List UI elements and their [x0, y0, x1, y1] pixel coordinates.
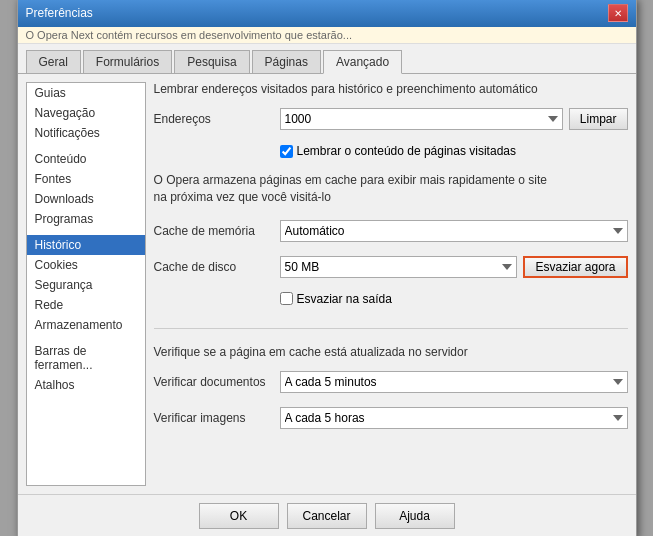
cancel-button[interactable]: Cancelar	[287, 503, 367, 529]
sidebar-item-barras[interactable]: Barras de ferramen...	[27, 341, 145, 375]
verify-docs-label: Verificar documentos	[154, 375, 274, 389]
sidebar-item-conteudo[interactable]: Conteúdo	[27, 149, 145, 169]
sidebar-item-downloads[interactable]: Downloads	[27, 189, 145, 209]
sidebar-item-historico[interactable]: Histórico	[27, 235, 145, 255]
sidebar-item-guias[interactable]: Guias	[27, 83, 145, 103]
sidebar-item-programas[interactable]: Programas	[27, 209, 145, 229]
close-button[interactable]: ✕	[608, 4, 628, 22]
title-bar: Preferências ✕	[18, 0, 636, 27]
cache-memory-select[interactable]: Automático	[280, 220, 628, 242]
remember-pages-label: Lembrar o conteúdo de páginas visitadas	[297, 144, 516, 158]
content-area: Guias Navegação Notificações Conteúdo Fo…	[18, 74, 636, 494]
checkbox-row: Lembrar o conteúdo de páginas visitadas	[280, 144, 628, 158]
tab-paginas[interactable]: Páginas	[252, 50, 321, 73]
tabs-bar: Geral Formulários Pesquisa Páginas Avanç…	[18, 44, 636, 74]
sidebar-item-seguranca[interactable]: Segurança	[27, 275, 145, 295]
section-divider	[154, 328, 628, 329]
esvaziar-saida-checkbox[interactable]	[280, 292, 293, 305]
sidebar-item-notificacoes[interactable]: Notificações	[27, 123, 145, 143]
section1-title: Lembrar endereços visitados para históri…	[154, 82, 628, 96]
addresses-label: Endereços	[154, 112, 274, 126]
cache-disk-label: Cache de disco	[154, 260, 274, 274]
remember-pages-checkbox[interactable]	[280, 145, 293, 158]
cache-disk-select[interactable]: 50 MB	[280, 256, 518, 278]
sidebar-item-atalhos[interactable]: Atalhos	[27, 375, 145, 395]
cache-info-text: O Opera armazena páginas em cache para e…	[154, 172, 628, 206]
top-banner: O Opera Next contém recursos em desenvol…	[18, 27, 636, 44]
cache-memory-label: Cache de memória	[154, 224, 274, 238]
preferences-window: Preferências ✕ O Opera Next contém recur…	[17, 0, 637, 536]
verify-imgs-label: Verificar imagens	[154, 411, 274, 425]
esvaziar-saida-row: Esvaziar na saída	[280, 292, 628, 306]
window-title: Preferências	[26, 6, 93, 20]
sidebar-item-fontes[interactable]: Fontes	[27, 169, 145, 189]
sidebar: Guias Navegação Notificações Conteúdo Fo…	[26, 82, 146, 486]
tab-avancado[interactable]: Avançado	[323, 50, 402, 74]
addresses-select[interactable]: 1000	[280, 108, 563, 130]
verify-imgs-select[interactable]: A cada 5 horas	[280, 407, 628, 429]
addresses-row: Endereços 1000 Limpar	[154, 108, 628, 130]
tab-pesquisa[interactable]: Pesquisa	[174, 50, 249, 73]
sidebar-item-armazenamento[interactable]: Armazenamento	[27, 315, 145, 335]
sidebar-item-rede[interactable]: Rede	[27, 295, 145, 315]
verify-docs-select[interactable]: A cada 5 minutos	[280, 371, 628, 393]
esvaziar-saida-label: Esvaziar na saída	[297, 292, 392, 306]
title-bar-controls: ✕	[608, 4, 628, 22]
esvaziar-agora-button[interactable]: Esvaziar agora	[523, 256, 627, 278]
verify-docs-row: Verificar documentos A cada 5 minutos	[154, 371, 628, 393]
verify-imgs-row: Verificar imagens A cada 5 horas	[154, 407, 628, 429]
cache-memory-row: Cache de memória Automático	[154, 220, 628, 242]
tab-geral[interactable]: Geral	[26, 50, 81, 73]
sidebar-item-navegacao[interactable]: Navegação	[27, 103, 145, 123]
clear-button[interactable]: Limpar	[569, 108, 628, 130]
sidebar-item-cookies[interactable]: Cookies	[27, 255, 145, 275]
help-button[interactable]: Ajuda	[375, 503, 455, 529]
section2-title: Verifique se a página em cache está atua…	[154, 345, 628, 359]
tab-formularios[interactable]: Formulários	[83, 50, 172, 73]
main-panel: Lembrar endereços visitados para históri…	[154, 82, 628, 486]
cache-disk-row: Cache de disco 50 MB Esvaziar agora	[154, 256, 628, 278]
ok-button[interactable]: OK	[199, 503, 279, 529]
bottom-bar: OK Cancelar Ajuda	[18, 494, 636, 536]
